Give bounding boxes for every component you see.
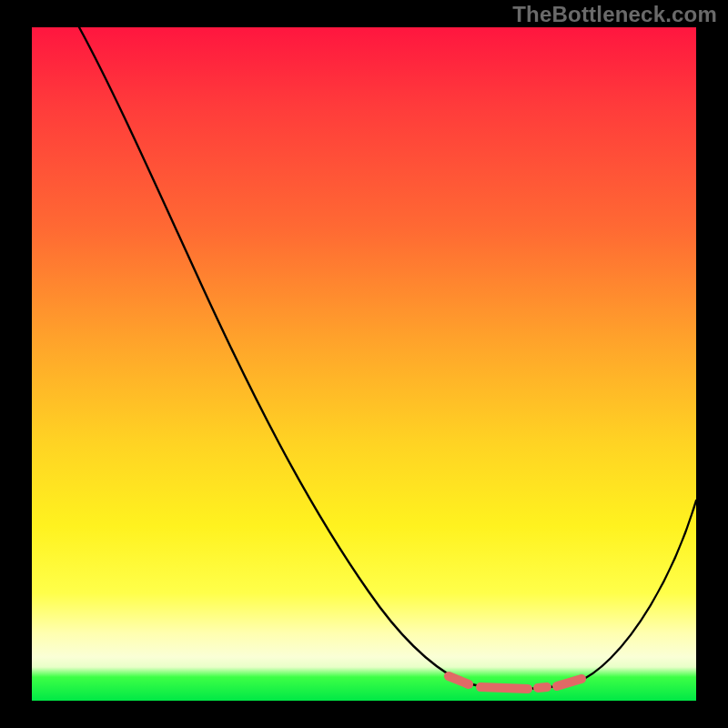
watermark-text: TheBottleneck.com	[512, 2, 717, 27]
plot-area	[32, 27, 696, 701]
trough-marker	[449, 676, 581, 689]
chart-frame: TheBottleneck.com	[0, 0, 728, 728]
bottleneck-curve	[79, 27, 696, 682]
curve-svg	[32, 27, 696, 701]
